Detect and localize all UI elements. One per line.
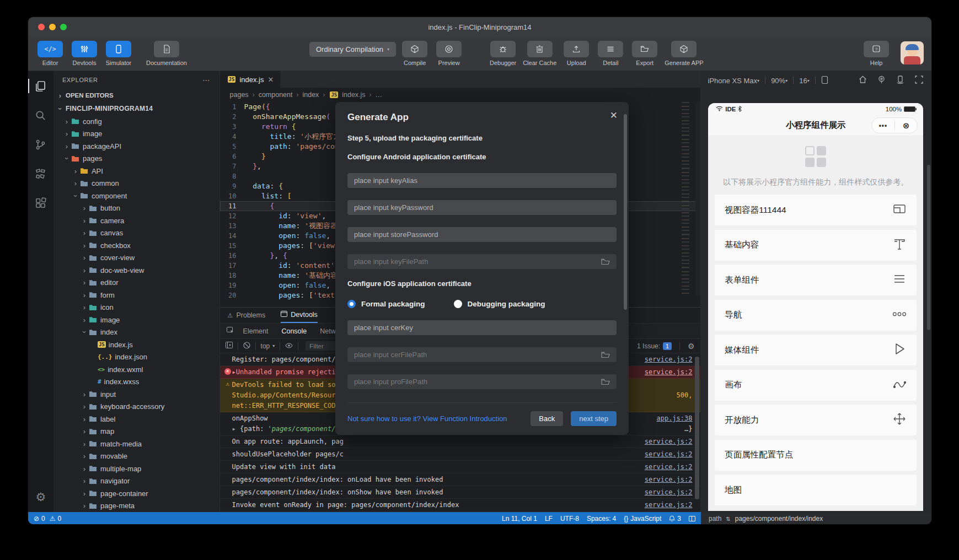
component-card-5[interactable]: 媒体组件 — [715, 335, 917, 365]
component-card-9[interactable]: 地图 — [715, 475, 917, 505]
location-icon[interactable] — [877, 75, 886, 86]
console-source-link[interactable]: app.js:38 — [656, 414, 692, 422]
tab-index-js[interactable]: JS index.js ✕ — [220, 71, 281, 88]
minimize-window-button[interactable] — [49, 24, 56, 30]
issues-label[interactable]: 1 Issue: — [637, 342, 660, 350]
console-sidebar-icon[interactable] — [226, 342, 233, 350]
upload-button[interactable]: Upload — [562, 41, 591, 71]
component-card-1[interactable]: 视图容器111444 — [715, 195, 917, 225]
tree-folder-page-container[interactable]: ›page-container — [53, 487, 219, 500]
radio-debugging-packaging[interactable]: Debugging packaging — [454, 300, 545, 308]
user-avatar[interactable] — [901, 41, 924, 64]
export-button[interactable]: Export — [630, 41, 659, 71]
back-button[interactable]: Back — [531, 411, 563, 426]
tree-folder-doc-web-view[interactable]: ›doc-web-view — [53, 264, 219, 277]
simulator-button[interactable]: Simulator — [104, 41, 133, 71]
tree-file-index.wxss[interactable]: #index.wxss — [53, 376, 219, 389]
console-row-6[interactable]: shouldUsePlaceholder pages/cservice.js:2 — [220, 448, 700, 461]
console-row-5[interactable]: On app route: appLaunch, pagservice.js:2 — [220, 435, 700, 448]
path-sort-icon[interactable]: ⇅ — [726, 516, 730, 522]
tree-folder-icon[interactable]: ›icon — [53, 301, 219, 314]
explorer-more-icon[interactable]: ⋯ — [202, 76, 211, 84]
language-indicator[interactable]: {} JavaScript — [624, 515, 661, 523]
tree-folder-page-meta[interactable]: ›page-meta — [53, 500, 219, 513]
more-menu-button[interactable]: ••• — [872, 122, 894, 130]
console-source-link[interactable]: service.js:2 — [645, 501, 693, 509]
function-introduction-link[interactable]: Not sure how to use it? View Function In… — [347, 414, 531, 423]
next-step-button[interactable]: next step — [571, 411, 617, 426]
tree-folder-map[interactable]: ›map — [53, 426, 219, 438]
components-icon[interactable] — [34, 166, 48, 181]
scan-frame-icon[interactable] — [914, 75, 924, 86]
zoom-dropdown[interactable]: 90% — [771, 77, 785, 85]
console-source-link[interactable]: service.js:2 — [645, 476, 693, 483]
profilepath-input[interactable]: place input proFilePath — [347, 374, 617, 389]
compile-mode-dropdown[interactable]: Ordinary Compilation ▾ — [309, 42, 396, 57]
indentation-indicator[interactable]: Spaces: 4 — [587, 515, 616, 523]
error-count[interactable]: ⊘ 0 — [34, 515, 45, 523]
preview-button[interactable]: Preview — [435, 41, 463, 71]
device-dropdown[interactable]: iPhone XS Max — [708, 77, 758, 85]
console-row-7[interactable]: Update view with init dataservice.js:2 — [220, 461, 700, 473]
modal-scrollbar[interactable] — [624, 114, 627, 310]
eye-icon[interactable] — [285, 342, 293, 350]
component-card-6[interactable]: 画布 — [715, 370, 917, 401]
tree-file-index.json[interactable]: {..}index.json — [53, 351, 219, 364]
component-card-3[interactable]: 表单组件 — [715, 265, 917, 295]
close-miniapp-button[interactable]: ⊗ — [895, 121, 918, 131]
warning-count[interactable]: ⚠ 0 — [50, 515, 61, 523]
issue-count-badge[interactable]: 1 — [663, 342, 672, 350]
folder-icon[interactable] — [601, 351, 610, 358]
devtools-settings-gear-icon[interactable]: ⚙ — [688, 342, 695, 351]
tree-folder-input[interactable]: ›input — [53, 388, 219, 401]
storepassword-input[interactable]: place input storePassword — [347, 227, 617, 242]
tree-folder-match-media[interactable]: ›match-media — [53, 438, 219, 450]
minimap[interactable] — [682, 102, 695, 296]
tree-folder-image[interactable]: ›image — [53, 314, 219, 326]
device-frame-icon[interactable] — [821, 76, 828, 86]
inspect-cursor-icon[interactable] — [227, 327, 234, 336]
extensions-icon[interactable] — [34, 196, 48, 210]
tab-devtools[interactable]: Devtools — [281, 308, 318, 323]
console-row-11[interactable]: pages/component/index/index: onReady hav… — [220, 511, 700, 512]
tree-folder-component[interactable]: ›component — [53, 190, 219, 202]
tree-folder-config[interactable]: ›config — [53, 115, 219, 128]
tree-folder-cover-view[interactable]: ›cover-view — [53, 252, 219, 265]
tab-problems[interactable]: ⚠ Problems — [228, 308, 266, 323]
console-row-10[interactable]: Invoke event onReady in page: pages/comp… — [220, 499, 700, 511]
folder-icon[interactable] — [601, 258, 610, 265]
close-modal-icon[interactable]: ✕ — [610, 111, 618, 120]
source-control-icon[interactable] — [34, 137, 48, 152]
project-root[interactable]: › FINCLIP-MINIPROGRAM14 — [53, 102, 219, 115]
breadcrumb[interactable]: pages› component› index› JS index.js› … — [220, 88, 700, 102]
fontsize-dropdown[interactable]: 16 — [799, 77, 807, 85]
debugger-button[interactable]: Debugger — [489, 41, 517, 71]
search-icon[interactable] — [34, 108, 48, 122]
encoding-indicator[interactable]: UTF-8 — [560, 515, 579, 523]
generate-app-button[interactable]: Generate APP — [665, 41, 703, 71]
layout-toggle[interactable] — [689, 516, 695, 521]
radio-formal-packaging[interactable]: Formal packaging — [347, 300, 425, 308]
tree-folder-multiple-map[interactable]: ›multiple-map — [53, 462, 219, 475]
clear-cache-button[interactable]: Clear Cache — [523, 41, 556, 71]
keyfilepath-input[interactable]: place input keyFilePath — [347, 254, 617, 269]
subtab-console[interactable]: Console — [281, 327, 307, 335]
console-row-8[interactable]: pages/component/index/index: onLoad have… — [220, 473, 700, 486]
tree-folder-form[interactable]: ›form — [53, 289, 219, 301]
tree-file-index.wxml[interactable]: <>index.wxml — [53, 363, 219, 376]
tree-folder-navigator[interactable]: ›navigator — [53, 475, 219, 488]
component-card-4[interactable]: 导航 — [715, 300, 917, 331]
close-tab-icon[interactable]: ✕ — [267, 76, 274, 84]
editor-scrollbar[interactable] — [695, 102, 700, 296]
eol-indicator[interactable]: LF — [545, 515, 553, 523]
clear-console-icon[interactable] — [243, 342, 250, 351]
keyalias-input[interactable]: place input keyAlias — [347, 173, 617, 188]
tree-folder-common[interactable]: ›common — [53, 177, 219, 190]
tree-folder-label[interactable]: ›label — [53, 413, 219, 426]
close-window-button[interactable] — [38, 24, 45, 30]
zoom-window-button[interactable] — [60, 24, 67, 30]
console-row-9[interactable]: pages/component/index/index: onShow have… — [220, 486, 700, 499]
console-source-link[interactable]: service.js:2 — [645, 463, 693, 471]
console-source-link[interactable]: service.js:2 — [645, 368, 693, 376]
simulator-scrollbar[interactable] — [927, 165, 930, 330]
